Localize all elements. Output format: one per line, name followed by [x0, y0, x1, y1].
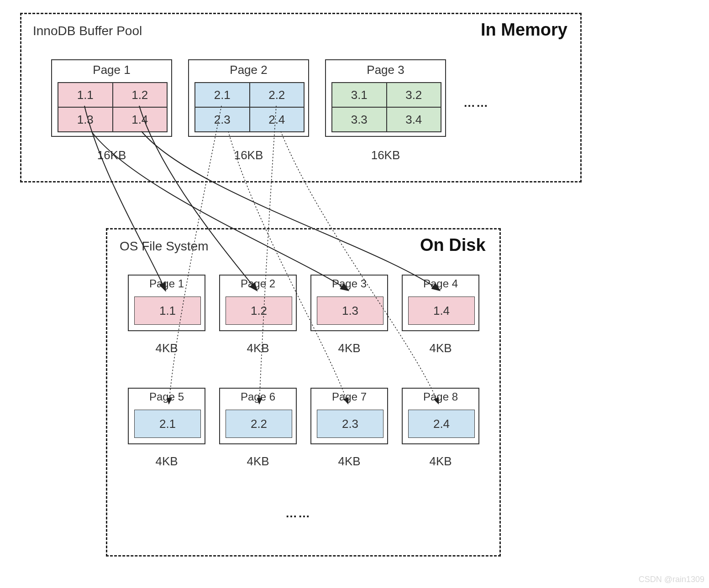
disk-page-4-size: 4KB — [402, 341, 479, 355]
memory-page-3-grid: 3.1 3.2 3.3 3.4 — [331, 82, 441, 132]
disk-page-6-size: 4KB — [219, 454, 297, 468]
memory-cell-2-2: 2.2 — [250, 83, 305, 107]
disk-cell-5: 2.1 — [134, 410, 201, 438]
memory-label-left: InnoDB Buffer Pool — [33, 24, 142, 38]
memory-cell-3-3: 3.3 — [332, 107, 387, 132]
disk-ellipsis: …… — [285, 506, 311, 520]
memory-cell-1-4: 1.4 — [113, 107, 168, 132]
memory-cell-1-3: 1.3 — [58, 107, 113, 132]
watermark: CSDN @rain1309 — [639, 575, 704, 584]
memory-page-1-grid: 1.1 1.2 1.3 1.4 — [58, 82, 168, 132]
memory-cell-1-2: 1.2 — [113, 83, 168, 107]
memory-cell-1-1: 1.1 — [58, 83, 113, 107]
memory-page-3-title: Page 3 — [326, 63, 445, 77]
disk-page-8-title: Page 8 — [403, 390, 478, 403]
memory-page-2: Page 2 2.1 2.2 2.3 2.4 — [188, 59, 309, 137]
disk-page-5-size: 4KB — [128, 454, 205, 468]
disk-page-8-size: 4KB — [402, 454, 479, 468]
disk-page-2: Page 2 1.2 — [219, 275, 297, 331]
disk-page-4: Page 4 1.4 — [402, 275, 479, 331]
memory-page-2-grid: 2.1 2.2 2.3 2.4 — [194, 82, 305, 132]
disk-page-6-title: Page 6 — [220, 390, 296, 403]
disk-page-3-size: 4KB — [310, 341, 388, 355]
memory-page-3-size: 16KB — [325, 148, 446, 162]
memory-cell-2-3: 2.3 — [195, 107, 250, 132]
disk-page-5: Page 5 2.1 — [128, 388, 205, 444]
memory-cell-3-4: 3.4 — [387, 107, 441, 132]
memory-label-right: In Memory — [481, 20, 567, 40]
memory-page-2-size: 16KB — [188, 148, 309, 162]
disk-page-7-size: 4KB — [310, 454, 388, 468]
disk-cell-2: 1.2 — [226, 297, 292, 325]
memory-cell-2-4: 2.4 — [250, 107, 305, 132]
memory-cell-2-1: 2.1 — [195, 83, 250, 107]
disk-cell-6: 2.2 — [226, 410, 292, 438]
disk-label-left: OS File System — [120, 239, 208, 254]
disk-page-6: Page 6 2.2 — [219, 388, 297, 444]
disk-page-2-title: Page 2 — [220, 277, 296, 290]
disk-page-4-title: Page 4 — [403, 277, 478, 290]
disk-page-7: Page 7 2.3 — [310, 388, 388, 444]
disk-cell-1: 1.1 — [134, 297, 201, 325]
memory-page-1-size: 16KB — [51, 148, 172, 162]
disk-page-7-title: Page 7 — [311, 390, 387, 403]
memory-page-1-title: Page 1 — [52, 63, 171, 77]
disk-cell-7: 2.3 — [317, 410, 383, 438]
disk-cell-3: 1.3 — [317, 297, 383, 325]
disk-page-1: Page 1 1.1 — [128, 275, 205, 331]
memory-cell-3-1: 3.1 — [332, 83, 387, 107]
memory-page-2-title: Page 2 — [189, 63, 308, 77]
disk-page-5-title: Page 5 — [129, 390, 205, 403]
disk-page-3: Page 3 1.3 — [310, 275, 388, 331]
disk-cell-4: 1.4 — [408, 297, 475, 325]
memory-page-3: Page 3 3.1 3.2 3.3 3.4 — [325, 59, 446, 137]
disk-page-8: Page 8 2.4 — [402, 388, 479, 444]
disk-cell-8: 2.4 — [408, 410, 475, 438]
memory-page-1: Page 1 1.1 1.2 1.3 1.4 — [51, 59, 172, 137]
disk-page-3-title: Page 3 — [311, 277, 387, 290]
disk-page-1-title: Page 1 — [129, 277, 205, 290]
disk-page-2-size: 4KB — [219, 341, 297, 355]
disk-label-right: On Disk — [420, 235, 486, 255]
memory-ellipsis: …… — [463, 96, 489, 110]
disk-page-1-size: 4KB — [128, 341, 205, 355]
memory-cell-3-2: 3.2 — [387, 83, 441, 107]
